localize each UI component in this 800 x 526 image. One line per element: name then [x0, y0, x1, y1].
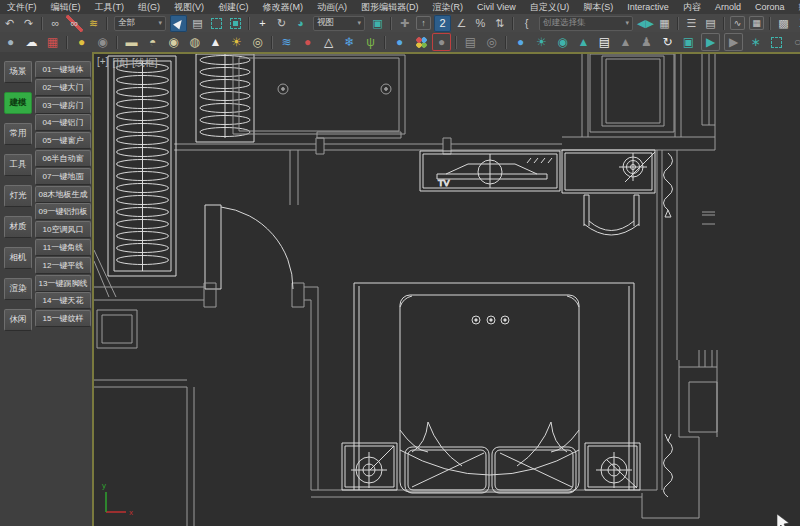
rain-particles-icon[interactable]: ≋ [277, 33, 296, 51]
trees-teal-icon[interactable]: ▲ [574, 33, 593, 51]
sidebar-category-materials[interactable]: 材质 [4, 216, 32, 238]
menu-scripting[interactable]: 脚本(S) [576, 0, 620, 14]
layer-manager-icon[interactable]: ☰ [683, 15, 700, 32]
material-cone-icon[interactable]: ▲ [206, 33, 225, 51]
scene-explorer-icon[interactable]: ▤ [702, 15, 719, 32]
material-sphere-icon[interactable]: ◉ [164, 33, 183, 51]
grass-icon[interactable]: ψ [361, 33, 380, 51]
edit-named-selection-sets-icon[interactable]: { [518, 15, 535, 32]
wardrobe-top-hangers[interactable] [196, 54, 254, 142]
viewport-menu-pov[interactable]: [顶] [112, 56, 128, 70]
menu-crazy[interactable]: 疯狂 [791, 0, 800, 14]
menu-create[interactable]: 创建(C) [211, 0, 256, 14]
cloud-render-icon[interactable]: ☁ [22, 33, 41, 51]
menu-views[interactable]: 视图(V) [167, 0, 211, 14]
render-setup-icon[interactable]: ⊻ [794, 15, 800, 32]
sidebar-category-leisure[interactable]: 休闲 [4, 309, 32, 331]
room-top-right[interactable] [582, 54, 674, 137]
menu-arnold[interactable]: Arnold [708, 0, 748, 14]
window-crossing-toggle-icon[interactable] [227, 15, 244, 32]
use-pivot-point-center-icon[interactable]: ▣ [369, 15, 386, 32]
sidebar-tool-03-room-door[interactable]: 03一键房门 [35, 97, 91, 114]
sidebar-category-modeling[interactable]: 建模 [4, 92, 32, 114]
sidebar-category-cameras[interactable]: 相机 [4, 247, 32, 269]
align-icon[interactable]: ▦ [656, 15, 673, 32]
menu-civil-view[interactable]: Civil View [470, 0, 523, 14]
menu-corona[interactable]: Corona [748, 0, 792, 14]
reference-coordinate-system-dropdown[interactable]: 视图▾ [313, 16, 365, 31]
keyboard-shortcut-override-icon[interactable]: ↑ [416, 16, 431, 30]
burst-blue-icon[interactable]: ❄ [340, 33, 359, 51]
swing-door[interactable] [204, 205, 304, 307]
play-box-icon[interactable]: ▶ [701, 33, 720, 51]
select-and-manipulate-icon[interactable]: ✚ [396, 15, 413, 32]
sidebar-category-tools[interactable]: 工具 [4, 154, 32, 176]
sun-light-icon[interactable]: ☀ [227, 33, 246, 51]
material-plane-icon[interactable]: ▬ [122, 33, 141, 51]
viewport-menu-shading[interactable]: [线框] [132, 56, 158, 70]
redo-icon[interactable]: ↷ [20, 15, 37, 32]
nightstand-right[interactable] [585, 443, 640, 490]
tree-dark-icon[interactable]: ▲ [616, 33, 635, 51]
sidebar-tool-07-floor[interactable]: 07一键地面 [35, 168, 91, 185]
viewport-menu-general[interactable]: [+] [97, 56, 108, 70]
particles-plus-icon[interactable]: ∗ [746, 33, 765, 51]
unlink-selection-icon[interactable]: ∞ [66, 15, 83, 32]
viewport-canvas[interactable]: TV [94, 54, 800, 526]
menu-graph-editors[interactable]: 图形编辑器(D) [354, 0, 426, 14]
sphere-red-icon[interactable]: ● [298, 33, 317, 51]
camera-icon[interactable]: ◉ [93, 33, 112, 51]
bulb-blue-icon[interactable]: ● [511, 33, 530, 51]
menu-customize[interactable]: 自定义(U) [523, 0, 577, 14]
menu-file[interactable]: 文件(F) [0, 0, 44, 14]
curtain-top[interactable] [664, 153, 673, 217]
sidebar-tool-13-skirting-line[interactable]: 13一键踢脚线 [35, 275, 91, 292]
sidebar-category-common[interactable]: 常用 [4, 123, 32, 145]
curve-editor-icon[interactable]: ∿ [730, 16, 745, 30]
color-balls-icon[interactable] [411, 33, 430, 51]
tv-cabinet[interactable]: TV [420, 151, 560, 191]
select-and-link-icon[interactable]: ∞ [47, 15, 64, 32]
sidebar-tool-05-window[interactable]: 05一键窗户 [35, 132, 91, 149]
menu-group[interactable]: 组(G) [131, 0, 167, 14]
render-teapot-icon[interactable]: ● [1, 33, 20, 51]
percent-snap-toggle-icon[interactable]: % [472, 15, 489, 32]
chair[interactable] [584, 195, 639, 235]
ring-icon[interactable]: ◎ [482, 33, 501, 51]
figure-icon[interactable]: ♟ [637, 33, 656, 51]
viewport-top[interactable]: [+] [顶] [线框] [92, 52, 800, 526]
bind-to-space-warp-icon[interactable]: ≋ [85, 15, 102, 32]
menu-modifiers[interactable]: 修改器(M) [256, 0, 311, 14]
select-by-name-icon[interactable]: ▤ [189, 15, 206, 32]
sidebar-tool-15-pattern[interactable]: 15一键纹样 [35, 310, 91, 327]
bed[interactable] [354, 283, 634, 493]
spinner-snap-toggle-icon[interactable]: ⇅ [491, 15, 508, 32]
wardrobe-left-hangers[interactable] [108, 56, 176, 276]
sidebar-tool-01-wall[interactable]: 01一键墙体 [35, 61, 91, 78]
sidebar-tool-14-ceiling[interactable]: 14一键天花 [35, 292, 91, 309]
clipboard-sphere-icon[interactable]: ▤ [461, 33, 480, 51]
sphere-blue-icon[interactable]: ● [390, 33, 409, 51]
material-disc-icon[interactable]: ◎ [248, 33, 267, 51]
menu-tools[interactable]: 工具(T) [88, 0, 132, 14]
menu-rendering[interactable]: 渲染(R) [426, 0, 471, 14]
sidebar-tool-09-aluminum-ceiling[interactable]: 09一键铝扣板 [35, 203, 91, 220]
room-top-middle[interactable] [233, 55, 405, 134]
menu-edit[interactable]: 编辑(E) [44, 0, 88, 14]
light-lister-icon[interactable]: ● [72, 33, 91, 51]
list-panel-icon[interactable]: ▤ [595, 33, 614, 51]
mirror-icon[interactable]: ◀▶ [637, 15, 654, 32]
menu-content[interactable]: 内容 [676, 0, 708, 14]
layer-pointer-icon[interactable]: ▣ [679, 33, 698, 51]
angle-snap-toggle-icon[interactable]: ∠ [453, 15, 470, 32]
sidebar-category-render[interactable]: 渲染 [4, 278, 32, 300]
select-object-icon[interactable] [170, 15, 187, 32]
rotate-circle-icon[interactable]: ↻ [658, 33, 677, 51]
video-playback-icon[interactable]: ▶ [724, 33, 743, 51]
nightstand-left[interactable] [342, 443, 397, 490]
sidebar-category-lights[interactable]: 灯光 [4, 185, 32, 207]
selection-filter-dropdown[interactable]: 全部▾ [114, 16, 166, 31]
snaps-toggle-icon[interactable]: 2 [434, 15, 451, 32]
rendered-frame-icon[interactable]: ▦ [43, 33, 62, 51]
sidebar-tool-10-ac-vent[interactable]: 10空调风口 [35, 221, 91, 238]
